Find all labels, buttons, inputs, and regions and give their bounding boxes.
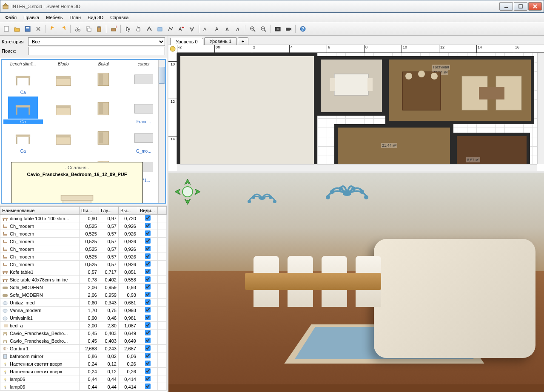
select-icon[interactable]: [123, 24, 133, 34]
create-walls-icon[interactable]: [145, 24, 154, 34]
3d-view[interactable]: [168, 173, 544, 392]
video-icon[interactable]: [284, 24, 293, 34]
table-row[interactable]: Side table 40x78cm slimline0,780,4020,55…: [0, 276, 167, 284]
table-row[interactable]: lamp060,440,440,414: [0, 375, 167, 383]
menu-file[interactable]: Файл: [2, 14, 20, 21]
preferences-icon[interactable]: [34, 24, 43, 34]
visible-checkbox[interactable]: [145, 361, 151, 366]
catalog-item[interactable]: [44, 125, 83, 153]
menu-plan[interactable]: План: [66, 14, 85, 21]
copy-icon[interactable]: [84, 24, 93, 34]
create-dimension-icon[interactable]: A+: [177, 24, 186, 34]
table-row[interactable]: Umivalnik10,900,460,981: [0, 314, 167, 322]
visible-checkbox[interactable]: [145, 223, 151, 228]
paste-icon[interactable]: [94, 24, 104, 34]
plan-canvas[interactable]: 14,87 м²Гостиная42,04 м²21,44 м²8,57 м²: [177, 53, 537, 164]
visible-checkbox[interactable]: [145, 284, 151, 290]
category-select[interactable]: Все: [28, 37, 165, 46]
italic-icon[interactable]: A: [234, 24, 243, 34]
catalog-item[interactable]: carpet: [124, 62, 164, 95]
visible-checkbox[interactable]: [145, 246, 151, 251]
table-row[interactable]: Unitaz_med0,600,3430,681: [0, 299, 167, 307]
table-row[interactable]: Cavio_Francheska_Bedro...0,450,4030,649: [0, 330, 167, 337]
th-depth[interactable]: Глу...: [99, 207, 118, 215]
table-row[interactable]: Настенная светит вверх0,240,120,26: [0, 368, 167, 375]
zoom-in-icon[interactable]: [248, 24, 257, 34]
table-row[interactable]: Настенная светит вверх0,240,120,26: [0, 360, 167, 368]
create-polyline-icon[interactable]: [166, 24, 175, 34]
table-row[interactable]: lamp060,440,440,414: [0, 383, 167, 391]
visible-checkbox[interactable]: [145, 376, 151, 381]
open-icon[interactable]: [12, 24, 22, 34]
catalog-item[interactable]: Bludo: [44, 62, 83, 95]
table-row[interactable]: bathroom-mirror0,860,020,06: [0, 352, 167, 360]
visible-checkbox[interactable]: [145, 261, 151, 267]
maximize-button[interactable]: [514, 2, 527, 11]
add-furniture-icon[interactable]: +: [109, 24, 118, 34]
catalog-item[interactable]: bench slimli...Ca: [3, 62, 43, 95]
visible-checkbox[interactable]: [145, 353, 151, 358]
catalog-item[interactable]: Ca: [3, 96, 43, 124]
tab-level-1[interactable]: Уровень 1: [204, 37, 237, 45]
catalog-item[interactable]: [44, 96, 83, 124]
table-row[interactable]: Vanna_modern1,700,750,993: [0, 307, 167, 314]
tab-add-level[interactable]: +: [238, 37, 248, 45]
close-button[interactable]: [528, 2, 542, 11]
visible-checkbox[interactable]: [145, 338, 151, 343]
visible-checkbox[interactable]: [145, 269, 151, 274]
th-name[interactable]: Наименование: [0, 207, 80, 215]
decrease-text-icon[interactable]: A: [212, 24, 222, 34]
catalog-item[interactable]: [84, 96, 123, 124]
visible-checkbox[interactable]: [145, 345, 151, 351]
create-label-icon[interactable]: [187, 24, 197, 34]
photo-icon[interactable]: [273, 24, 282, 34]
pan-icon[interactable]: [134, 24, 143, 34]
table-row[interactable]: Ch_modern0,5250,570,926: [0, 222, 167, 230]
table-row[interactable]: Ch_modern0,5250,570,926: [0, 238, 167, 245]
cut-icon[interactable]: [73, 24, 83, 34]
plan-view[interactable]: -20м246810121416 101214 14,87 м²Гостиная…: [168, 45, 544, 173]
save-icon[interactable]: [23, 24, 32, 34]
visible-checkbox[interactable]: [145, 215, 151, 221]
visible-checkbox[interactable]: [145, 292, 151, 297]
minimize-button[interactable]: [499, 2, 513, 11]
visible-checkbox[interactable]: [145, 368, 151, 374]
search-input[interactable]: [28, 47, 165, 55]
help-icon[interactable]: ?: [298, 24, 308, 34]
visible-checkbox[interactable]: [145, 307, 151, 312]
table-row[interactable]: Gardini 12,6880,2432,687: [0, 345, 167, 352]
increase-text-icon[interactable]: A: [202, 24, 211, 34]
table-row[interactable]: Ch_modern0,5250,570,926: [0, 230, 167, 238]
th-visible[interactable]: Види...: [138, 207, 157, 215]
menu-edit[interactable]: Правка: [20, 14, 43, 21]
zoom-out-icon[interactable]: [259, 24, 268, 34]
visible-checkbox[interactable]: [145, 299, 151, 305]
furniture-table[interactable]: Наименование Ши... Глу... Вы... Види... …: [0, 206, 167, 391]
visible-checkbox[interactable]: [145, 383, 151, 389]
create-room-icon[interactable]: [155, 24, 165, 34]
catalog-scrollbar[interactable]: [158, 60, 165, 203]
menu-3dview[interactable]: Вид 3D: [84, 14, 107, 21]
visible-checkbox[interactable]: [145, 238, 151, 244]
visible-checkbox[interactable]: [145, 276, 151, 282]
3d-nav-compass[interactable]: [173, 177, 202, 207]
tab-level-0[interactable]: Уровень 0: [170, 38, 203, 45]
visible-checkbox[interactable]: [145, 330, 151, 335]
plan-scrollbar-h[interactable]: [177, 164, 537, 171]
table-row[interactable]: Cavio_Francheska_Bedro...0,450,4030,649: [0, 337, 167, 345]
visible-checkbox[interactable]: [145, 315, 151, 320]
table-row[interactable]: bed_a2,002,301,087: [0, 322, 167, 330]
th-width[interactable]: Ши...: [79, 207, 99, 215]
table-row[interactable]: Ch_modern0,5250,570,926: [0, 261, 167, 268]
menu-help[interactable]: Справка: [107, 14, 132, 21]
table-row[interactable]: Sofa_MODERN2,060,9590,93: [0, 291, 167, 299]
menu-furniture[interactable]: Мебель: [43, 14, 66, 21]
table-row[interactable]: Kofe table10,570,7170,851: [0, 268, 167, 276]
th-height[interactable]: Вы...: [118, 207, 138, 215]
redo-icon[interactable]: [59, 24, 68, 34]
table-row[interactable]: dining table 100 x 100 slim...0,900,970,…: [0, 215, 167, 222]
catalog-item[interactable]: Franc...: [124, 96, 164, 124]
new-icon[interactable]: [2, 24, 11, 34]
bold-icon[interactable]: A: [223, 24, 232, 34]
catalog-item[interactable]: Bokal: [84, 62, 123, 95]
